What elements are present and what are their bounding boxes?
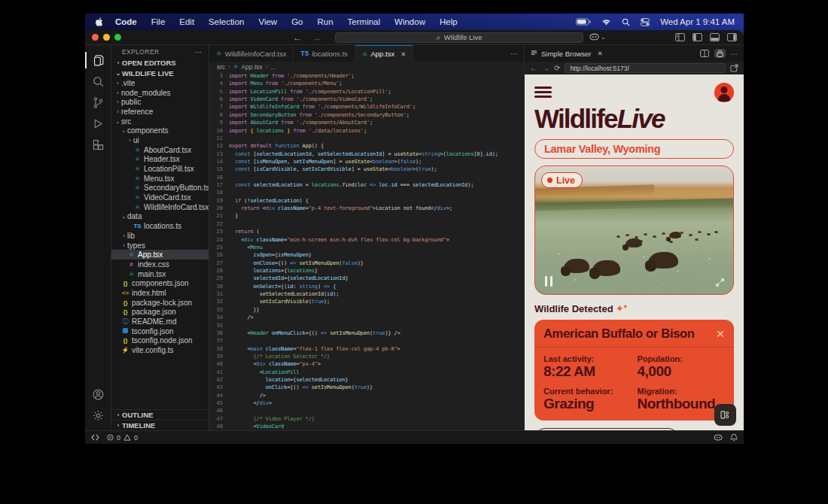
code-line[interactable]: 32 setIsCardVisible(true); — [209, 298, 524, 305]
toggle-primary-sidebar-icon[interactable] — [693, 33, 702, 41]
tree-item-index-css[interactable]: #index.css — [111, 260, 209, 269]
code-line[interactable]: 18 — [209, 189, 524, 196]
code-line[interactable]: 37 — [209, 337, 524, 345]
code-line[interactable]: 21 } — [209, 212, 524, 220]
breadcrumb-src[interactable]: src — [217, 63, 225, 71]
code-line[interactable]: 43 onClick={() => setIsMenuOpen(true)} — [209, 384, 524, 391]
avatar[interactable] — [714, 83, 734, 102]
lock-button[interactable] — [714, 49, 726, 58]
tree-item-package-lock-json[interactable]: {}package-lock.json — [111, 298, 209, 308]
code-line[interactable]: 15 const [isCardVisible, setIsCardVisibl… — [209, 165, 524, 173]
code-line[interactable]: 38 <main className="flex-1 flex flex-col… — [209, 345, 524, 353]
wifi-icon[interactable] — [601, 18, 611, 26]
code-line[interactable]: 12export default function App() { — [209, 142, 524, 150]
menu-item-view[interactable]: View — [258, 17, 277, 26]
battery-icon[interactable] — [576, 18, 591, 26]
remote-indicator[interactable] — [91, 434, 99, 441]
breadcrumb-symbol[interactable]: ... — [270, 63, 275, 71]
tree-item-index-html[interactable]: <>index.html — [111, 288, 209, 298]
menu-item-code[interactable]: Code — [115, 17, 137, 26]
close-card-icon[interactable]: ✕ — [716, 329, 725, 339]
tree-item-app-tsx[interactable]: ⚛App.tsx — [111, 250, 209, 260]
menu-item-file[interactable]: File — [151, 17, 166, 26]
pause-button[interactable] — [545, 276, 553, 287]
tree-item-components[interactable]: ⌄components — [111, 126, 209, 135]
browser-more-actions-icon[interactable]: ⋯ — [731, 50, 738, 58]
explorer-activity-icon[interactable] — [85, 50, 111, 71]
tab-wildlifeinfocard[interactable]: ⚛ WildlifeInfoCard.tsx — [209, 45, 294, 62]
code-line[interactable]: 34 /> — [209, 314, 524, 321]
code-line[interactable]: 7import WildlifeInfoCard from './compone… — [209, 103, 524, 111]
tree-item-tsconfig-node-json[interactable]: {}tsconfig.node.json — [111, 336, 209, 346]
menu-item-run[interactable]: Run — [317, 17, 333, 26]
code-line[interactable]: 30 onSelect={(id: string) => { — [209, 283, 524, 290]
dev-overlay-button[interactable] — [714, 404, 736, 426]
code-line[interactable]: 28 locations={locations} — [209, 267, 524, 275]
tree-item-ui[interactable]: ›ui — [111, 135, 209, 145]
problems-indicator[interactable]: 0 0 — [107, 434, 138, 442]
live-video-card[interactable]: Live — [534, 165, 734, 295]
code-line[interactable]: 22 — [209, 220, 524, 228]
location-pill-button[interactable]: Lamar Valley, Wyoming — [534, 139, 734, 159]
apple-logo-icon[interactable] — [94, 17, 105, 27]
customize-layout-icon[interactable] — [675, 33, 685, 41]
close-tab-icon[interactable]: ✕ — [598, 50, 603, 57]
tree-item-lib[interactable]: ›lib — [111, 231, 209, 241]
code-line[interactable]: 9import AboutCard from './components/Abo… — [209, 119, 524, 126]
extensions-activity-icon[interactable] — [85, 134, 111, 155]
close-window-button[interactable] — [92, 34, 99, 41]
editor-more-actions-icon[interactable]: ⋯ — [504, 45, 524, 62]
western-meadowlark-button[interactable]: Western Meadowlark + — [534, 428, 679, 430]
code-line[interactable]: 40 <div className="px-4"> — [209, 360, 524, 368]
code-line[interactable]: 17 const selectedLocation = locations.fi… — [209, 181, 524, 189]
open-editors-section[interactable]: ›OPEN EDITORS — [111, 57, 209, 68]
code-line[interactable]: 44 /> — [209, 392, 524, 399]
tree-item-main-tsx[interactable]: ⚛main.tsx — [111, 269, 209, 279]
code-line[interactable]: 42 location={selectedLocation} — [209, 376, 524, 384]
notifications-bell-icon[interactable] — [730, 433, 738, 442]
url-input[interactable]: http://localhost:5173/ — [565, 63, 726, 73]
code-line[interactable]: 11 — [209, 135, 524, 142]
timeline-section[interactable]: ›TIMELINE — [111, 420, 209, 430]
code-line[interactable]: 13 const [selectedLocationId, setSelecte… — [209, 150, 524, 158]
tree-item-types[interactable]: ›types — [111, 241, 209, 250]
code-line[interactable]: 41 <LocationPill — [209, 369, 524, 376]
minimize-window-button[interactable] — [103, 34, 110, 41]
toggle-panel-icon[interactable] — [710, 33, 720, 41]
code-line[interactable]: 31 setSelectedLocationId(id); — [209, 290, 524, 298]
run-debug-activity-icon[interactable] — [85, 113, 111, 134]
settings-gear-icon[interactable] — [85, 405, 111, 426]
tree-item-readme-md[interactable]: ⓘREADME.md — [111, 317, 209, 326]
browser-back-icon[interactable]: ← — [530, 64, 537, 72]
tree-item-public[interactable]: ›public — [111, 97, 209, 107]
code-line[interactable]: 47 {/* Video Player */} — [209, 415, 524, 423]
accounts-icon[interactable] — [85, 384, 111, 405]
menu-item-selection[interactable]: Selection — [209, 17, 244, 26]
code-line[interactable]: 48 <VideoCard — [209, 423, 524, 430]
code-line[interactable]: 35 — [209, 322, 524, 329]
tree-item-videocard-tsx[interactable]: ⚛VideoCard.tsx — [111, 193, 209, 202]
explorer-more-actions-icon[interactable]: ⋯ — [195, 48, 202, 56]
open-external-icon[interactable] — [730, 64, 738, 72]
menu-item-help[interactable]: Help — [440, 17, 458, 26]
tree-item-menu-tsx[interactable]: ⚛Menu.tsx — [111, 174, 209, 184]
browser-reload-icon[interactable]: ⟳ — [554, 64, 560, 72]
tree-item-src[interactable]: ⌄src — [111, 117, 209, 126]
code-line[interactable]: 39 {/* Location Selector */} — [209, 353, 524, 360]
tree-item-data[interactable]: ⌄data — [111, 212, 209, 222]
tree-item-vite-config-ts[interactable]: ⚡vite.config.ts — [111, 345, 209, 355]
code-line[interactable]: 23 return ( — [209, 228, 524, 235]
code-line[interactable]: 45 </div> — [209, 399, 524, 407]
hamburger-menu-icon[interactable] — [534, 87, 552, 101]
tree-item-wildlifeinfocard-tsx[interactable]: ⚛WildlifeInfoCard.tsx — [111, 202, 209, 212]
breadcrumb-file[interactable]: App.tsx — [241, 63, 262, 71]
spotlight-search-icon[interactable] — [622, 18, 630, 26]
code-line[interactable]: 29 selectedId={selectedLocationId} — [209, 275, 524, 282]
search-activity-icon[interactable] — [85, 71, 111, 92]
control-center-icon[interactable] — [641, 18, 650, 26]
code-line[interactable]: 25 <Menu — [209, 244, 524, 251]
code-line[interactable]: 20 return <div className="p-4 text-foreg… — [209, 205, 524, 212]
code-line[interactable]: 10import { locations } from './data/loca… — [209, 127, 524, 135]
maximize-window-button[interactable] — [114, 34, 121, 41]
code-line[interactable]: 5import LocationPill from './components/… — [209, 88, 524, 96]
